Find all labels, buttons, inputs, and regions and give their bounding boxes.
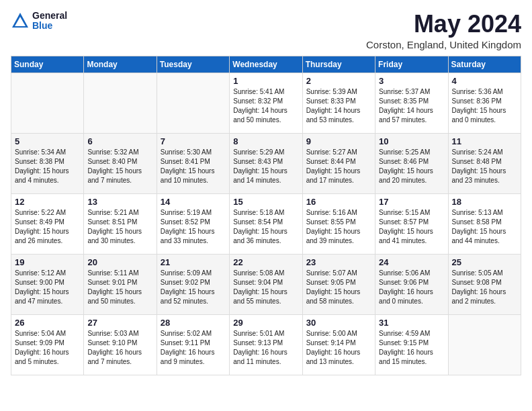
- calendar-cell: 9Sunrise: 5:27 AMSunset: 8:44 PMDaylight…: [302, 133, 375, 193]
- header-cell-monday: Monday: [84, 56, 157, 73]
- day-info: Sunrise: 5:24 AMSunset: 8:48 PMDaylight:…: [452, 148, 517, 185]
- calendar-cell: [84, 73, 157, 133]
- calendar-cell: 23Sunrise: 5:07 AMSunset: 9:05 PMDayligh…: [302, 254, 375, 314]
- logo-icon: [11, 11, 30, 30]
- day-number: 27: [87, 318, 152, 328]
- calendar-cell: 26Sunrise: 5:04 AMSunset: 9:09 PMDayligh…: [11, 314, 84, 375]
- day-number: 17: [379, 197, 444, 207]
- calendar-cell: 24Sunrise: 5:06 AMSunset: 9:06 PMDayligh…: [375, 254, 448, 314]
- day-info: Sunrise: 5:41 AMSunset: 8:32 PMDaylight:…: [233, 87, 298, 125]
- page-header: General Blue May 2024 Corston, England, …: [11, 11, 521, 50]
- calendar-cell: 14Sunrise: 5:19 AMSunset: 8:52 PMDayligh…: [157, 193, 229, 254]
- day-info: Sunrise: 5:03 AMSunset: 9:10 PMDaylight:…: [87, 329, 152, 367]
- day-info: Sunrise: 4:59 AMSunset: 9:15 PMDaylight:…: [379, 329, 444, 367]
- day-number: 10: [379, 136, 444, 146]
- header-cell-tuesday: Tuesday: [157, 56, 229, 73]
- day-info: Sunrise: 5:36 AMSunset: 8:36 PMDaylight:…: [452, 87, 517, 125]
- calendar-table: SundayMondayTuesdayWednesdayThursdayFrid…: [11, 56, 521, 375]
- header-cell-saturday: Saturday: [448, 56, 521, 73]
- day-number: 26: [15, 318, 80, 328]
- day-info: Sunrise: 5:18 AMSunset: 8:54 PMDaylight:…: [233, 208, 298, 246]
- calendar-cell: 13Sunrise: 5:21 AMSunset: 8:51 PMDayligh…: [84, 193, 157, 254]
- week-row-4: 19Sunrise: 5:12 AMSunset: 9:00 PMDayligh…: [11, 254, 521, 314]
- day-number: 28: [161, 318, 226, 328]
- calendar-cell: 8Sunrise: 5:29 AMSunset: 8:43 PMDaylight…: [230, 133, 302, 193]
- month-title: May 2024: [366, 11, 521, 38]
- day-number: 2: [306, 76, 371, 86]
- calendar-cell: 11Sunrise: 5:24 AMSunset: 8:48 PMDayligh…: [448, 133, 521, 193]
- day-number: 20: [87, 257, 152, 267]
- day-info: Sunrise: 5:27 AMSunset: 8:44 PMDaylight:…: [306, 148, 371, 185]
- calendar-cell: 27Sunrise: 5:03 AMSunset: 9:10 PMDayligh…: [84, 314, 157, 375]
- calendar-cell: 3Sunrise: 5:37 AMSunset: 8:35 PMDaylight…: [375, 73, 448, 133]
- day-info: Sunrise: 5:25 AMSunset: 8:46 PMDaylight:…: [379, 148, 444, 185]
- calendar-body: 1Sunrise: 5:41 AMSunset: 8:32 PMDaylight…: [11, 73, 521, 375]
- day-number: 7: [161, 136, 226, 146]
- day-info: Sunrise: 5:01 AMSunset: 9:13 PMDaylight:…: [233, 329, 298, 367]
- day-number: 15: [233, 197, 298, 207]
- day-number: 29: [233, 318, 298, 328]
- day-number: 11: [452, 136, 517, 146]
- day-info: Sunrise: 5:16 AMSunset: 8:55 PMDaylight:…: [306, 208, 371, 246]
- day-info: Sunrise: 5:00 AMSunset: 9:14 PMDaylight:…: [306, 329, 371, 367]
- calendar-cell: 25Sunrise: 5:05 AMSunset: 9:08 PMDayligh…: [448, 254, 521, 314]
- day-info: Sunrise: 5:15 AMSunset: 8:57 PMDaylight:…: [379, 208, 444, 246]
- header-cell-wednesday: Wednesday: [230, 56, 302, 73]
- calendar-cell: 29Sunrise: 5:01 AMSunset: 9:13 PMDayligh…: [230, 314, 302, 375]
- calendar-cell: 5Sunrise: 5:34 AMSunset: 8:38 PMDaylight…: [11, 133, 84, 193]
- day-number: 8: [233, 136, 298, 146]
- day-info: Sunrise: 5:08 AMSunset: 9:04 PMDaylight:…: [233, 269, 298, 306]
- day-number: 12: [15, 197, 80, 207]
- day-info: Sunrise: 5:06 AMSunset: 9:06 PMDaylight:…: [379, 269, 444, 306]
- calendar-cell: 20Sunrise: 5:11 AMSunset: 9:01 PMDayligh…: [84, 254, 157, 314]
- calendar-cell: 12Sunrise: 5:22 AMSunset: 8:49 PMDayligh…: [11, 193, 84, 254]
- calendar-cell: 31Sunrise: 4:59 AMSunset: 9:15 PMDayligh…: [375, 314, 448, 375]
- calendar-cell: 7Sunrise: 5:30 AMSunset: 8:41 PMDaylight…: [157, 133, 229, 193]
- calendar-cell: [157, 73, 229, 133]
- day-info: Sunrise: 5:04 AMSunset: 9:09 PMDaylight:…: [15, 329, 80, 367]
- calendar-cell: 18Sunrise: 5:13 AMSunset: 8:58 PMDayligh…: [448, 193, 521, 254]
- logo-text: General Blue: [32, 11, 67, 32]
- day-info: Sunrise: 5:34 AMSunset: 8:38 PMDaylight:…: [15, 148, 80, 185]
- day-number: 18: [452, 197, 517, 207]
- calendar-cell: 16Sunrise: 5:16 AMSunset: 8:55 PMDayligh…: [302, 193, 375, 254]
- day-number: 19: [15, 257, 80, 267]
- header-row: SundayMondayTuesdayWednesdayThursdayFrid…: [11, 56, 521, 73]
- calendar-cell: 21Sunrise: 5:09 AMSunset: 9:02 PMDayligh…: [157, 254, 229, 314]
- day-info: Sunrise: 5:29 AMSunset: 8:43 PMDaylight:…: [233, 148, 298, 185]
- day-info: Sunrise: 5:22 AMSunset: 8:49 PMDaylight:…: [15, 208, 80, 246]
- day-number: 25: [452, 257, 517, 267]
- day-info: Sunrise: 5:12 AMSunset: 9:00 PMDaylight:…: [15, 269, 80, 306]
- day-info: Sunrise: 5:11 AMSunset: 9:01 PMDaylight:…: [87, 269, 152, 306]
- week-row-3: 12Sunrise: 5:22 AMSunset: 8:49 PMDayligh…: [11, 193, 521, 254]
- day-info: Sunrise: 5:32 AMSunset: 8:40 PMDaylight:…: [87, 148, 152, 185]
- day-number: 1: [233, 76, 298, 86]
- calendar-cell: 30Sunrise: 5:00 AMSunset: 9:14 PMDayligh…: [302, 314, 375, 375]
- calendar-cell: 2Sunrise: 5:39 AMSunset: 8:33 PMDaylight…: [302, 73, 375, 133]
- calendar-header: SundayMondayTuesdayWednesdayThursdayFrid…: [11, 56, 521, 73]
- day-number: 21: [161, 257, 226, 267]
- calendar-cell: 4Sunrise: 5:36 AMSunset: 8:36 PMDaylight…: [448, 73, 521, 133]
- location-text: Corston, England, United Kingdom: [366, 39, 521, 50]
- calendar-cell: 10Sunrise: 5:25 AMSunset: 8:46 PMDayligh…: [375, 133, 448, 193]
- day-info: Sunrise: 5:21 AMSunset: 8:51 PMDaylight:…: [87, 208, 152, 246]
- day-number: 4: [452, 76, 517, 86]
- header-cell-sunday: Sunday: [11, 56, 84, 73]
- logo: General Blue: [11, 11, 67, 32]
- day-number: 13: [87, 197, 152, 207]
- logo-blue-text: Blue: [32, 21, 67, 31]
- calendar-cell: 22Sunrise: 5:08 AMSunset: 9:04 PMDayligh…: [230, 254, 302, 314]
- day-number: 3: [379, 76, 444, 86]
- day-info: Sunrise: 5:39 AMSunset: 8:33 PMDaylight:…: [306, 87, 371, 125]
- day-number: 14: [161, 197, 226, 207]
- day-number: 16: [306, 197, 371, 207]
- day-number: 5: [15, 136, 80, 146]
- day-info: Sunrise: 5:19 AMSunset: 8:52 PMDaylight:…: [161, 208, 226, 246]
- day-info: Sunrise: 5:09 AMSunset: 9:02 PMDaylight:…: [161, 269, 226, 306]
- day-info: Sunrise: 5:37 AMSunset: 8:35 PMDaylight:…: [379, 87, 444, 125]
- logo-general-text: General: [32, 11, 67, 21]
- header-cell-thursday: Thursday: [302, 56, 375, 73]
- day-info: Sunrise: 5:02 AMSunset: 9:11 PMDaylight:…: [161, 329, 226, 367]
- week-row-5: 26Sunrise: 5:04 AMSunset: 9:09 PMDayligh…: [11, 314, 521, 375]
- day-number: 6: [87, 136, 152, 146]
